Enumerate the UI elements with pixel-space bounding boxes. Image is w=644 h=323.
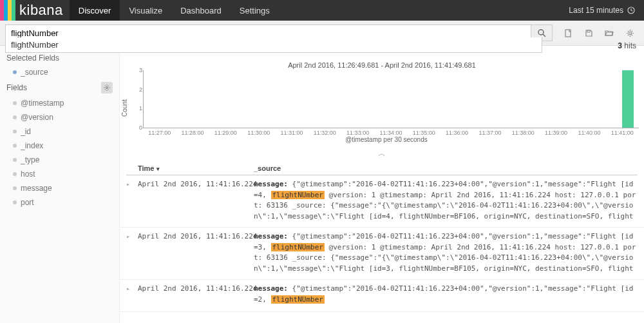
- histogram-chart[interactable]: 0123 11:27:0011:28:0011:29:0011:30:0011:…: [134, 70, 639, 146]
- settings-icon[interactable]: [621, 24, 639, 41]
- save-search-icon[interactable]: [580, 24, 598, 41]
- selected-field[interactable]: _source: [0, 65, 119, 79]
- row-time: April 2nd 2016, 11:41:16.224: [138, 284, 254, 305]
- nav-visualize[interactable]: Visualize: [120, 0, 171, 21]
- top-nav: kibana Discover Visualize Dashboard Sett…: [0, 0, 644, 21]
- row-time: April 2nd 2016, 11:41:16.224: [138, 231, 254, 273]
- nav-settings[interactable]: Settings: [231, 0, 279, 21]
- time-picker[interactable]: Last 15 minutes: [560, 0, 644, 21]
- search-highlight: flightNUmber: [271, 191, 325, 199]
- field-type-icon: [13, 186, 17, 190]
- field-type-icon: [13, 144, 17, 148]
- field-type-icon: [13, 172, 17, 176]
- svg-rect-4: [587, 30, 590, 32]
- row-source: message: {"@timestamp":"2016-04-02T11:41…: [254, 231, 638, 273]
- x-axis-label: @timestamp per 30 seconds: [134, 136, 639, 143]
- available-field[interactable]: _index: [0, 139, 119, 153]
- stripe: [12, 0, 15, 21]
- field-type-icon: [13, 70, 17, 74]
- available-field[interactable]: port: [0, 195, 119, 210]
- search-highlight: flightNUmber: [271, 295, 325, 304]
- search-suggestion[interactable]: flightNumber: [5, 37, 542, 53]
- field-sidebar: Selected Fields _source Fields @timestam…: [0, 46, 120, 323]
- clock-icon: [627, 6, 635, 14]
- field-type-icon: [13, 130, 17, 133]
- expand-row-button[interactable]: ▸: [126, 179, 138, 220]
- fields-title: Fields: [0, 79, 119, 96]
- selected-fields-title: Selected Fields: [0, 51, 119, 65]
- new-search-icon[interactable]: [559, 24, 577, 41]
- open-search-icon[interactable]: [600, 24, 618, 41]
- available-field[interactable]: host: [0, 167, 119, 181]
- expand-row-button[interactable]: ▸: [126, 231, 138, 273]
- brand-logo: kibana: [0, 0, 70, 21]
- sort-desc-icon: ▾: [156, 166, 160, 172]
- field-type-icon: [13, 158, 17, 162]
- hit-count: 3 hits: [618, 41, 636, 50]
- available-field[interactable]: _id: [0, 124, 119, 139]
- field-type-icon: [13, 201, 17, 204]
- time-range-label: April 2nd 2016, 11:26:49.681 - April 2nd…: [120, 57, 644, 70]
- row-source: message: {"@timestamp":"2016-04-02T11:41…: [254, 284, 638, 305]
- svg-rect-3: [565, 30, 571, 37]
- time-label: Last 15 minutes: [569, 6, 623, 15]
- expand-row-button[interactable]: ▸: [126, 284, 138, 305]
- nav-discover[interactable]: Discover: [70, 0, 120, 21]
- svg-point-6: [106, 87, 108, 89]
- row-time: April 2nd 2016, 11:41:16.224: [138, 179, 254, 220]
- search-highlight: flightNUmber: [271, 243, 325, 251]
- histogram-bar[interactable]: [622, 70, 634, 128]
- column-time[interactable]: Time ▾: [138, 164, 254, 172]
- svg-point-1: [538, 30, 544, 35]
- nav-dashboard[interactable]: Dashboard: [171, 0, 231, 21]
- svg-line-2: [543, 34, 545, 37]
- logo-stripes: [0, 0, 15, 21]
- available-field[interactable]: message: [0, 181, 119, 195]
- available-field[interactable]: @timestamp: [0, 96, 119, 110]
- row-source: message: {"@timestamp":"2016-04-02T11:41…: [254, 179, 638, 220]
- field-type-icon: [13, 115, 17, 119]
- results-body: ▸April 2nd 2016, 11:41:16.224message: {"…: [120, 175, 644, 312]
- column-source[interactable]: _source: [254, 164, 638, 172]
- main-content: April 2nd 2016, 11:26:49.681 - April 2nd…: [120, 46, 644, 323]
- field-type-icon: [13, 101, 17, 105]
- brand-name: kibana: [19, 2, 63, 19]
- available-field[interactable]: @version: [0, 110, 119, 124]
- chevron-up-icon: ︿: [378, 149, 386, 158]
- results-header: Time ▾ _source: [126, 162, 638, 175]
- result-row: ▸April 2nd 2016, 11:41:16.224message: {"…: [120, 280, 644, 312]
- toolbar-actions: [559, 24, 639, 41]
- field-settings-button[interactable]: [101, 82, 113, 93]
- search-icon: [538, 29, 546, 37]
- result-row: ▸April 2nd 2016, 11:41:16.224message: {"…: [120, 175, 644, 228]
- collapse-histogram-button[interactable]: ︿: [120, 146, 644, 162]
- available-field[interactable]: _type: [0, 153, 119, 167]
- svg-point-5: [629, 32, 631, 34]
- result-row: ▸April 2nd 2016, 11:41:16.224message: {"…: [120, 228, 644, 280]
- y-axis-label: Count: [121, 70, 130, 146]
